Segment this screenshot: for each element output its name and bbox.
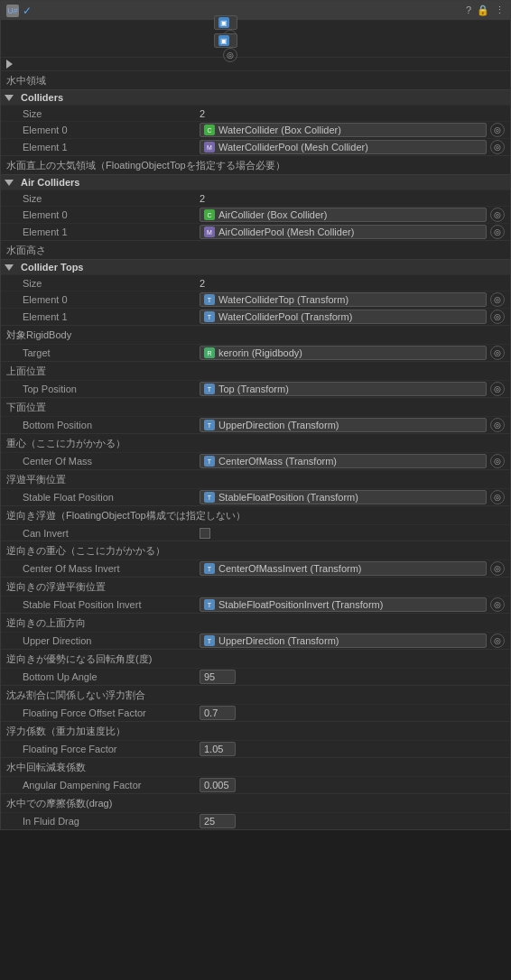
select-btn-colliders_e1[interactable]: ◎ bbox=[490, 140, 505, 154]
inspector-window: U# ✓ ? 🔒 ⋮ ▣ ◎ ▣ ◎ bbox=[0, 0, 511, 830]
prop-value-air_e0: CAirCollider (Box Collider)◎ bbox=[200, 208, 505, 222]
object-field-colliders_e0[interactable]: CWaterCollider (Box Collider) bbox=[200, 123, 487, 137]
select-btn-colliders_e0[interactable]: ◎ bbox=[490, 123, 505, 137]
select-btn-bottom_position[interactable]: ◎ bbox=[490, 418, 505, 432]
collapsible-label-collider_tops: Collider Tops bbox=[21, 262, 83, 273]
section-label-gyakukaitenangle_label: 逆向きが優勢になる回転角度(度) bbox=[1, 649, 510, 668]
object-field-tops_e0[interactable]: TWaterColliderTop (Transform) bbox=[200, 292, 487, 307]
num-field-in_fluid_drag[interactable]: 25 bbox=[200, 814, 236, 828]
prop-row-sfp_invert: Stable Float Position InvertTStableFloat… bbox=[1, 596, 510, 613]
utilities-row[interactable] bbox=[1, 57, 510, 70]
collider-icon: C bbox=[204, 209, 215, 220]
collapsible-label-colliders: Colliders bbox=[21, 92, 63, 103]
prop-row-com_invert: Center Of Mass InvertTCenterOfMassInvert… bbox=[1, 559, 510, 577]
num-field-float_offset_factor[interactable]: 0.7 bbox=[200, 706, 236, 720]
object-field-sfp_invert[interactable]: TStableFloatPositionInvert (Transform) bbox=[200, 597, 487, 612]
prop-row-tops_e1: Element 1TWaterColliderPool (Transform)◎ bbox=[1, 308, 510, 325]
transform-icon: T bbox=[204, 599, 215, 610]
collapsible-header-air_colliders[interactable]: Air Colliders bbox=[1, 174, 510, 190]
object-field-center_of_mass[interactable]: TCenterOfMass (Transform) bbox=[200, 454, 487, 468]
select-btn-air_e1[interactable]: ◎ bbox=[490, 225, 505, 239]
prop-value-colliders_e1: MWaterColliderPool (Mesh Collider)◎ bbox=[200, 140, 505, 154]
prop-label-in_fluid_drag: In Fluid Drag bbox=[23, 816, 200, 827]
program-source-field[interactable]: ▣ bbox=[214, 15, 237, 30]
section-label-tenken_label: 水中回転減衰係数 bbox=[1, 757, 510, 776]
section-label-gyaku_label: 逆向き浮遊（FloatingObjectTop構成では指定しない） bbox=[1, 505, 510, 524]
number-value-colliders_size: 2 bbox=[200, 108, 205, 119]
transform-icon: T bbox=[204, 635, 215, 646]
prop-row-angular_damp: Angular Dampening Factor0.005 bbox=[1, 776, 510, 793]
section-label-taishou_label: 対象RigidBody bbox=[1, 325, 510, 344]
select-btn-stable_float_position[interactable]: ◎ bbox=[490, 490, 505, 504]
section-label-joumen_label: 上面位置 bbox=[1, 361, 510, 380]
select-btn-upper_direction[interactable]: ◎ bbox=[490, 633, 505, 648]
object-field-upper_direction[interactable]: TUpperDirection (Transform) bbox=[200, 633, 487, 648]
program-script-field[interactable]: ▣ bbox=[214, 33, 237, 48]
object-value-air_e0: AirCollider (Box Collider) bbox=[218, 209, 327, 220]
prop-value-target: Rkerorin (Rigidbody)◎ bbox=[200, 346, 505, 360]
prop-row-air_e0: Element 0CAirCollider (Box Collider)◎ bbox=[1, 206, 510, 223]
prop-value-can_invert bbox=[200, 528, 505, 539]
object-value-tops_e1: WaterColliderPool (Transform) bbox=[218, 311, 352, 322]
object-field-com_invert[interactable]: TCenterOfMassInvert (Transform) bbox=[200, 561, 487, 576]
object-field-tops_e1[interactable]: TWaterColliderPool (Transform) bbox=[200, 310, 487, 324]
select-btn-tops_e0[interactable]: ◎ bbox=[490, 292, 505, 307]
program-script-select-btn[interactable]: ◎ bbox=[223, 48, 237, 62]
object-value-com_invert: CenterOfMassInvert (Transform) bbox=[218, 563, 362, 574]
object-field-air_e1[interactable]: MAirColliderPool (Mesh Collider) bbox=[200, 225, 487, 239]
arrow-icon-air_colliders bbox=[5, 180, 14, 186]
prop-label-colliders_e1: Element 1 bbox=[23, 142, 200, 153]
prop-row-air_e1: Element 1MAirColliderPool (Mesh Collider… bbox=[1, 223, 510, 240]
object-value-center_of_mass: CenterOfMass (Transform) bbox=[218, 456, 337, 467]
select-btn-tops_e1[interactable]: ◎ bbox=[490, 310, 505, 324]
prop-value-colliders_e0: CWaterCollider (Box Collider)◎ bbox=[200, 123, 505, 137]
object-value-bottom_position: UpperDirection (Transform) bbox=[218, 420, 339, 430]
prop-value-colliders_size: 2 bbox=[200, 108, 505, 119]
object-value-air_e1: AirColliderPool (Mesh Collider) bbox=[218, 227, 354, 237]
select-btn-sfp_invert[interactable]: ◎ bbox=[490, 597, 505, 612]
prop-value-tops_size: 2 bbox=[200, 278, 505, 289]
prop-row-colliders_e0: Element 0CWaterCollider (Box Collider)◎ bbox=[1, 121, 510, 138]
section-label-kamen_label: 下面位置 bbox=[1, 397, 510, 416]
checkbox-can_invert[interactable] bbox=[200, 528, 210, 539]
select-btn-air_e0[interactable]: ◎ bbox=[490, 208, 505, 222]
help-icon[interactable]: ? bbox=[466, 5, 471, 16]
num-field-float_factor[interactable]: 1.05 bbox=[200, 742, 236, 756]
object-field-stable_float_position[interactable]: TStableFloatPosition (Transform) bbox=[200, 490, 487, 504]
prop-row-top_position: Top PositionTTop (Transform)◎ bbox=[1, 380, 510, 397]
enabled-toggle[interactable]: ✓ bbox=[23, 5, 32, 17]
prop-value-center_of_mass: TCenterOfMass (Transform)◎ bbox=[200, 454, 505, 468]
object-field-bottom_position[interactable]: TUpperDirection (Transform) bbox=[200, 418, 487, 432]
select-btn-top_position[interactable]: ◎ bbox=[490, 382, 505, 396]
num-field-bottom_up_angle[interactable]: 95 bbox=[200, 670, 236, 684]
prop-label-upper_direction: Upper Direction bbox=[23, 635, 200, 646]
menu-icon[interactable]: ⋮ bbox=[495, 5, 505, 16]
transform-icon: T bbox=[204, 311, 215, 322]
prop-label-air_e1: Element 1 bbox=[23, 227, 200, 237]
collapsible-header-colliders[interactable]: Colliders bbox=[1, 89, 510, 105]
select-btn-com_invert[interactable]: ◎ bbox=[490, 561, 505, 576]
prop-label-center_of_mass: Center Of Mass bbox=[23, 456, 200, 467]
prop-row-air_size: Size2 bbox=[1, 190, 510, 206]
select-btn-target[interactable]: ◎ bbox=[490, 346, 505, 360]
collapsible-header-collider_tops[interactable]: Collider Tops bbox=[1, 259, 510, 274]
object-field-colliders_e1[interactable]: MWaterColliderPool (Mesh Collider) bbox=[200, 140, 487, 154]
prop-value-air_e1: MAirColliderPool (Mesh Collider)◎ bbox=[200, 225, 505, 239]
object-field-air_e0[interactable]: CAirCollider (Box Collider) bbox=[200, 208, 487, 222]
transform-icon: T bbox=[204, 563, 215, 574]
prop-label-bottom_up_angle: Bottom Up Angle bbox=[23, 671, 200, 682]
prop-label-com_invert: Center Of Mass Invert bbox=[23, 563, 200, 574]
select-btn-center_of_mass[interactable]: ◎ bbox=[490, 454, 505, 468]
prop-row-float_offset_factor: Floating Force Offset Factor0.7 bbox=[1, 704, 510, 721]
object-value-colliders_e0: WaterCollider (Box Collider) bbox=[218, 125, 341, 135]
prop-value-com_invert: TCenterOfMassInvert (Transform)◎ bbox=[200, 561, 505, 576]
object-field-top_position[interactable]: TTop (Transform) bbox=[200, 382, 487, 396]
component-icon: U# bbox=[6, 5, 19, 17]
number-value-tops_size: 2 bbox=[200, 278, 205, 289]
lock-icon[interactable]: 🔒 bbox=[477, 5, 489, 16]
utilities-arrow bbox=[6, 60, 13, 69]
titlebar-actions: ? 🔒 ⋮ bbox=[466, 5, 505, 16]
object-field-target[interactable]: Rkerorin (Rigidbody) bbox=[200, 346, 487, 360]
prop-label-colliders_e0: Element 0 bbox=[23, 125, 200, 135]
num-field-angular_damp[interactable]: 0.005 bbox=[200, 778, 236, 792]
